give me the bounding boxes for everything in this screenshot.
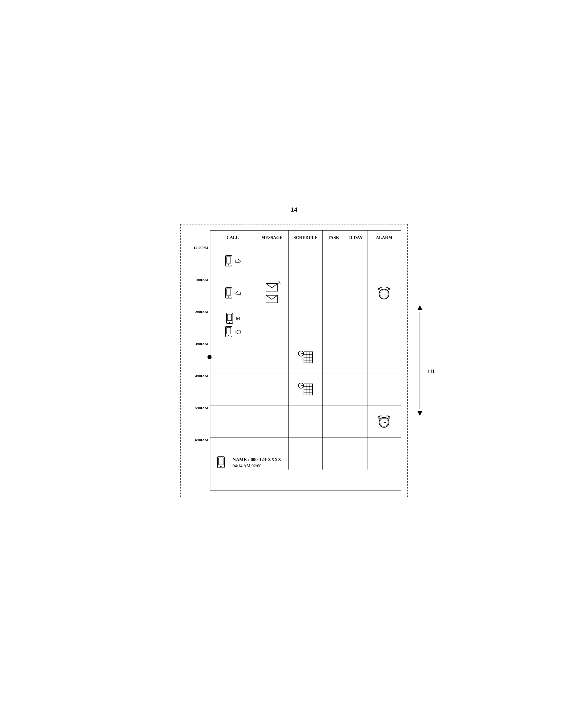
cell-alarm-5am [367,405,401,438]
cell-msg-3am [255,341,289,373]
svg-marker-12 [235,291,241,295]
svg-rect-28 [225,331,226,333]
call-missed-1: M [225,312,240,325]
cell-sched-12pm [289,245,322,277]
row-12pm [211,245,401,277]
svg-point-53 [388,416,390,418]
row-6am-header [211,438,401,452]
cell-dday-1am [345,277,367,309]
time-label-2am: 2:00AM [187,309,210,341]
cell-dday-4am [345,373,367,405]
cell-alarm-4am [367,373,401,405]
cell-alarm-12pm [367,245,401,277]
cell-call-1am [211,277,255,309]
main-frame: 111 12:00PM 1:00AM 2:00AM 3:00AM 4:00AM … [180,224,408,497]
data-grid: CALL MESSAGE SCHEDULE TASK D-DAY ALARM [210,230,401,491]
phone-icon-4 [224,326,234,338]
svg-marker-29 [235,330,241,334]
time-label-6am: 6:00AM [187,437,210,452]
arrow-incoming-1 [235,291,241,295]
envelope-with-badge: 3 [265,283,278,293]
cell-task-2am [323,309,345,341]
svg-point-19 [378,288,380,290]
svg-rect-11 [225,292,226,295]
svg-point-52 [378,416,380,418]
header-dday: D-DAY [345,231,367,245]
cell-call-3am [211,341,255,373]
arrow-outgoing-1 [235,259,241,263]
cell-task-5am [323,405,345,438]
schedule-icon-2 [298,382,314,397]
time-label-5am: 5:00AM [187,405,210,437]
header-task: TASK [323,231,345,245]
cell-task-6am [323,438,345,470]
cell-alarm-1am [367,277,401,309]
cell-dday-6am [345,438,367,470]
row-3am [211,341,401,373]
row-4am [211,373,401,405]
current-time-dot [207,355,212,359]
cell-alarm-2am [367,309,401,341]
schedule-icon-1 [298,350,314,365]
cell-msg-4am [255,373,289,405]
row-5am [211,405,401,438]
cell-msg-12pm [255,245,289,277]
svg-rect-26 [227,328,231,334]
cell-dday-2am [345,309,367,341]
cell-sched-1am [289,277,322,309]
cell-task-12pm [323,245,345,277]
svg-marker-7 [235,259,241,263]
phone-icon-1 [224,255,234,267]
svg-rect-9 [227,289,231,295]
svg-point-20 [388,288,390,290]
cell-task-1am [323,277,345,309]
diagram-container: 14 111 12:00PM 1:00AM 2:00AM 3:00 [163,194,425,509]
cell-sched-6am [289,438,322,470]
header-message: MESSAGE [255,231,289,245]
cell-alarm-3am [367,341,401,373]
scroll-up-arrow [418,305,422,311]
call-m-label: M [236,316,240,321]
cell-msg-5am [255,405,289,438]
header-call: CALL [211,231,255,245]
content-area: 12:00PM 1:00AM 2:00AM 3:00AM 4:00AM 5:00… [187,230,401,491]
cell-sched-4am [289,373,322,405]
svg-point-10 [228,296,229,298]
cell-dday-3am [345,341,367,373]
alarm-clock-icon-1 [377,286,391,301]
scroll-down-arrow [418,410,422,416]
ref-number: 111 [427,369,435,375]
cell-call-2am: M [211,309,255,341]
svg-rect-24 [226,318,227,320]
time-label-4am: 4:00AM [187,373,210,405]
time-label-1am: 1:00AM [187,277,210,309]
cell-sched-5am [289,405,322,438]
svg-marker-0 [418,305,422,310]
alarm-clock-icon-2 [377,414,391,429]
time-label-12pm: 12:00PM [187,245,210,277]
grid-header: CALL MESSAGE SCHEDULE TASK D-DAY ALARM [211,231,401,245]
phone-icon-2 [224,287,234,299]
time-label-3am: 3:00AM [187,341,210,373]
cell-task-4am [323,373,345,405]
header-schedule: SCHEDULE [289,231,322,245]
cell-dday-5am [345,405,367,438]
svg-point-4 [228,264,229,265]
cell-msg-1am: 3 [255,277,289,309]
grid-body: 3 [211,245,401,490]
envelope-icon-1 [265,283,278,292]
cell-call-5am [211,405,255,438]
cell-sched-2am [289,309,322,341]
svg-rect-3 [227,257,231,263]
call-outgoing-1 [224,255,241,267]
cell-alarm-6am [367,438,401,470]
message-badge: 3 [278,280,280,285]
arrow-incoming-2 [235,330,241,334]
svg-point-27 [228,335,229,336]
svg-rect-22 [228,314,232,321]
row-2am: M [211,309,401,341]
cell-call-4am [211,373,255,405]
svg-rect-6 [225,260,226,262]
call-incoming-2 [224,326,241,338]
cell-dday-12pm [345,245,367,277]
